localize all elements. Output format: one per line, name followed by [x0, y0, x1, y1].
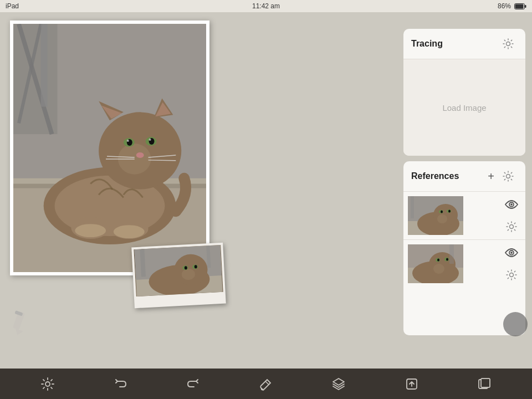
svg-point-58 [510, 203, 513, 206]
svg-rect-69 [449, 244, 454, 264]
svg-point-45 [507, 42, 510, 46]
references-card: References + [403, 161, 525, 335]
svg-point-51 [437, 214, 447, 223]
svg-rect-1 [515, 4, 524, 8]
svg-point-54 [441, 211, 443, 213]
svg-point-59 [510, 225, 514, 229]
svg-line-77 [265, 381, 269, 385]
battery-icon [514, 3, 526, 9]
svg-point-68 [446, 258, 448, 261]
svg-line-29 [149, 160, 176, 161]
svg-point-72 [510, 273, 514, 277]
svg-rect-8 [41, 24, 48, 106]
reference-row-1 [403, 191, 525, 239]
redo-button[interactable] [181, 372, 206, 396]
settings-toolbar-button[interactable] [35, 372, 60, 396]
svg-point-25 [136, 152, 144, 158]
export-button[interactable] [400, 372, 424, 396]
svg-point-67 [437, 259, 439, 262]
reference-visibility-1[interactable] [502, 195, 521, 214]
svg-rect-2 [525, 5, 526, 8]
svg-point-76 [45, 382, 50, 386]
layers-button[interactable] [326, 372, 351, 396]
device-label: iPad [6, 2, 19, 10]
svg-point-50 [433, 204, 458, 226]
svg-rect-56 [411, 196, 414, 218]
reference-actions-2 [502, 243, 521, 284]
dark-circle-icon [503, 312, 528, 336]
reference-visibility-2[interactable] [502, 243, 521, 262]
svg-point-64 [433, 264, 444, 274]
small-photo-inner [134, 245, 223, 296]
load-image-label: Load Image [442, 103, 486, 112]
svg-point-32 [75, 224, 106, 237]
tracing-header: Tracing [403, 29, 525, 59]
undo-button[interactable] [108, 372, 132, 396]
reference-settings-2[interactable] [502, 265, 521, 284]
tracing-card: Tracing Load Image [403, 29, 525, 156]
svg-point-46 [507, 175, 510, 178]
add-reference-button[interactable]: + [483, 168, 499, 184]
svg-point-24 [149, 139, 151, 141]
status-bar-right: 86% [498, 2, 526, 10]
pencil-icon [4, 309, 32, 336]
svg-point-55 [448, 210, 451, 213]
svg-point-33 [114, 225, 145, 238]
bottom-toolbar [0, 369, 532, 399]
canvas-area: Tracing Load Image References + [0, 12, 532, 369]
reference-thumbnail-1 [408, 196, 463, 235]
main-photo-inner [13, 24, 206, 272]
svg-marker-74 [14, 329, 23, 336]
svg-rect-80 [481, 378, 490, 387]
status-bar: iPad 11:42 am 86% [0, 0, 532, 12]
references-settings-button[interactable] [499, 167, 518, 186]
references-header: References + [403, 161, 525, 191]
tracing-settings-button[interactable] [499, 34, 518, 53]
small-photo [131, 243, 226, 308]
reference-thumbnail-2 [408, 244, 463, 283]
battery-label: 86% [498, 2, 511, 10]
references-title: References [411, 171, 481, 181]
reference-actions-1 [502, 195, 521, 236]
svg-point-23 [127, 140, 129, 142]
reference-row-2 [403, 239, 525, 288]
tracing-title: Tracing [411, 39, 443, 49]
svg-point-71 [510, 252, 513, 254]
reference-settings-1[interactable] [502, 217, 521, 236]
tracing-body[interactable]: Load Image [403, 59, 525, 156]
main-photo [10, 21, 209, 275]
brush-button[interactable] [254, 372, 278, 396]
time-label: 11:42 am [252, 2, 280, 10]
gallery-button[interactable] [472, 372, 497, 396]
right-panel: Tracing Load Image References + [403, 29, 525, 335]
